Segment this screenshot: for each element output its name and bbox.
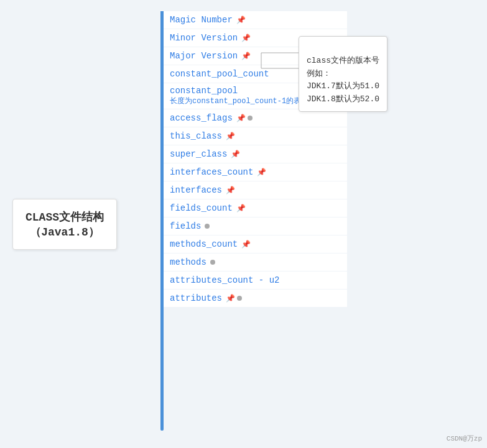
label-constant-pool-count: constant_pool_count bbox=[170, 69, 269, 79]
pin-icon-7: 📌 bbox=[231, 150, 240, 159]
item-this-class: this_class 📌 bbox=[160, 127, 347, 145]
pin-icon-10: 📌 bbox=[236, 204, 246, 213]
item-access-flags: access_flags 📌 bbox=[160, 109, 347, 127]
watermark: CSDN@万zp bbox=[447, 434, 482, 443]
main-container: CLASS文件结构 （Java1.8） Magic Number 📌 Minor… bbox=[0, 0, 487, 448]
pin-icon-6: 📌 bbox=[226, 132, 235, 141]
label-line2: （Java1.8） bbox=[26, 224, 104, 239]
label-line1: CLASS文件结构 bbox=[26, 209, 104, 224]
label-major-version: Major Version bbox=[170, 51, 238, 61]
pin-icon-12: 📌 bbox=[241, 240, 251, 249]
label-methods: methods bbox=[170, 257, 206, 267]
label-super-class: super_class bbox=[170, 149, 227, 159]
item-super-class: super_class 📌 bbox=[160, 145, 347, 163]
item-methods: methods bbox=[160, 254, 347, 271]
item-fields-count: fields_count 📌 bbox=[160, 199, 347, 217]
label-interfaces: interfaces bbox=[170, 185, 222, 195]
class-structure-label: CLASS文件结构 （Java1.8） bbox=[12, 199, 117, 250]
dot-icon-11 bbox=[205, 224, 210, 229]
label-this-class: this_class bbox=[170, 131, 222, 141]
label-interfaces-count: interfaces_count bbox=[170, 167, 253, 177]
item-attributes: attributes 📌 bbox=[160, 290, 347, 307]
tooltip-version-info: class文件的版本号 例如： JDK1.7默认为51.0 JDK1.8默认为5… bbox=[299, 36, 387, 112]
label-methods-count: methods_count bbox=[170, 239, 238, 249]
item-interfaces: interfaces 📌 bbox=[160, 181, 347, 199]
label-magic-number: Magic Number bbox=[170, 15, 233, 25]
label-minor-version: Minor Version bbox=[170, 33, 238, 43]
vertical-connector-bar bbox=[160, 17, 164, 431]
label-fields: fields bbox=[170, 221, 201, 231]
dot-icon-15 bbox=[237, 296, 242, 301]
label-access-flags: access_flags bbox=[170, 113, 233, 123]
pin-icon-2: 📌 bbox=[241, 52, 251, 61]
item-interfaces-count: interfaces_count 📌 bbox=[160, 163, 347, 181]
item-magic-number: Magic Number 📌 bbox=[160, 11, 347, 29]
item-methods-count: methods_count 📌 bbox=[160, 235, 347, 253]
dot-icon-5 bbox=[248, 116, 253, 121]
item-attributes-count: attributes_count - u2 bbox=[160, 272, 347, 289]
pin-icon-0: 📌 bbox=[236, 16, 246, 25]
pin-icon-8: 📌 bbox=[257, 168, 266, 177]
label-attributes-count: attributes_count - u2 bbox=[170, 275, 279, 285]
label-constant-pool: constant_pool bbox=[170, 86, 301, 96]
pin-icon-15: 📌 bbox=[226, 294, 235, 303]
pin-icon-1: 📌 bbox=[241, 34, 251, 43]
label-fields-count: fields_count bbox=[170, 203, 233, 213]
tooltip-text: class文件的版本号 例如： JDK1.7默认为51.0 JDK1.8默认为5… bbox=[307, 56, 379, 104]
label-constant-pool-desc: 长度为constant_pool_count-1的表 bbox=[170, 96, 301, 106]
pin-icon-9: 📌 bbox=[226, 186, 235, 195]
pin-icon-5: 📌 bbox=[236, 114, 246, 123]
dot-icon-13 bbox=[210, 260, 215, 265]
item-fields: fields bbox=[160, 217, 347, 235]
label-attributes: attributes bbox=[170, 293, 222, 303]
